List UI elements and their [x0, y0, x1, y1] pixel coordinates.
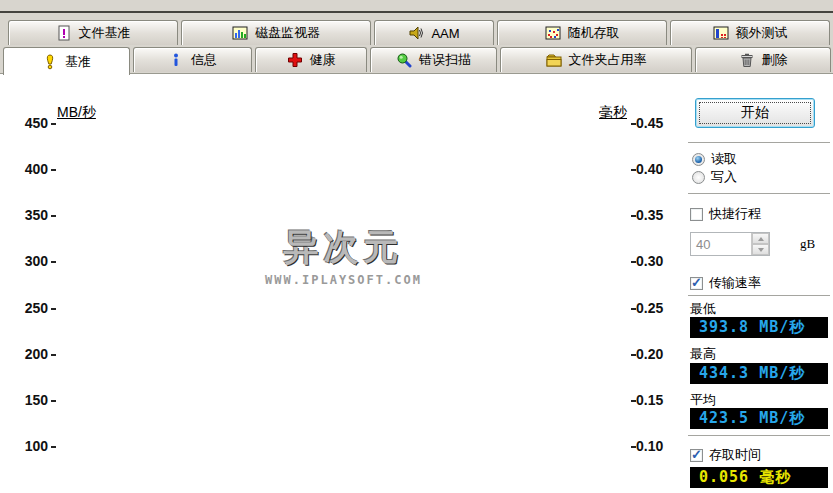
start-button-label: 开始: [741, 104, 769, 122]
tab-label: 删除: [762, 51, 788, 69]
separator: [688, 295, 830, 299]
left-axis-unit-label: MB/秒: [57, 104, 96, 122]
separator: [688, 193, 830, 197]
error-scan-icon: [396, 52, 412, 68]
access-time-display: 0.056 毫秒: [690, 467, 828, 488]
capacity-value[interactable]: 40: [691, 233, 751, 255]
tab-extra-tests[interactable]: 额外测试: [670, 20, 830, 45]
read-radio[interactable]: [692, 153, 705, 166]
tab-label: 信息: [191, 51, 217, 69]
tab-label: 额外测试: [736, 24, 788, 42]
y-right-tick-label: 0.40: [636, 161, 680, 177]
info-icon: [168, 52, 184, 68]
separator: [688, 142, 830, 146]
tab-random-access[interactable]: 随机存取: [497, 20, 667, 45]
tab-label: 文件夹占用率: [569, 51, 647, 69]
write-radio-label: 写入: [711, 168, 737, 186]
tab-label: 随机存取: [568, 24, 620, 42]
transfer-rate-checkbox[interactable]: [690, 277, 703, 290]
transfer-rate-label: 传输速率: [709, 274, 761, 292]
tab-aam[interactable]: AAM: [374, 20, 494, 45]
tick-mark: [51, 261, 56, 263]
access-time-label: 存取时间: [709, 446, 761, 464]
tick-mark: [631, 261, 636, 263]
benchmark-icon: [42, 54, 58, 70]
tab-label: 文件基准: [79, 24, 131, 42]
disk-monitor-icon: [232, 25, 248, 41]
tick-mark: [51, 169, 56, 171]
toolbar-divider: [0, 11, 833, 13]
tick-mark: [631, 308, 636, 310]
aam-icon: [408, 25, 424, 41]
tick-mark: [631, 123, 636, 125]
max-value-display: 434.3 MB/秒: [690, 363, 828, 384]
start-button[interactable]: 开始: [695, 98, 815, 128]
hdtune-window: 文件基准 磁盘监视器 AAM 随机存取 额外测试: [0, 0, 833, 493]
y-right-tick-label: 0.20: [636, 346, 680, 362]
tab-label: 基准: [65, 53, 91, 71]
tab-label: 错误扫描: [419, 51, 471, 69]
y-left-tick-label: 300: [10, 253, 48, 269]
write-radio[interactable]: [692, 171, 705, 184]
tab-disk-monitor[interactable]: 磁盘监视器: [181, 20, 371, 45]
y-right-tick-label: 0.15: [636, 392, 680, 408]
tab-row-upper: 文件基准 磁盘监视器 AAM 随机存取 额外测试: [0, 19, 833, 46]
spinner-up-button[interactable]: [752, 233, 769, 244]
tick-mark: [51, 354, 56, 356]
control-panel: 开始 读取 写入 快捷行程 40 gB 传输速率: [688, 95, 833, 493]
tick-mark: [51, 215, 56, 217]
y-left-tick-label: 250: [10, 300, 48, 316]
tick-mark: [51, 446, 56, 448]
tab-benchmark[interactable]: 基准: [3, 47, 130, 75]
access-time-row: 存取时间: [690, 446, 761, 464]
y-left-tick-label: 150: [10, 392, 48, 408]
tab-row-lower: 基准 信息 健康 错误扫描 文件夹占用率: [0, 46, 833, 73]
y-right-tick-label: 0.45: [636, 115, 680, 131]
separator: [688, 435, 830, 439]
short-stroke-checkbox[interactable]: [690, 208, 703, 221]
write-radio-row: 写入: [692, 168, 737, 186]
tab-file-benchmark[interactable]: 文件基准: [8, 20, 178, 45]
tab-health[interactable]: 健康: [255, 47, 367, 72]
tick-mark: [631, 354, 636, 356]
min-value-display: 393.8 MB/秒: [690, 317, 828, 338]
spinner-buttons: [751, 233, 769, 255]
tab-label: AAM: [431, 26, 459, 41]
tick-mark: [631, 400, 636, 402]
tab-delete[interactable]: 删除: [695, 47, 831, 72]
min-label: 最低: [690, 300, 716, 318]
avg-value-display: 423.5 MB/秒: [690, 408, 828, 429]
tick-mark: [631, 215, 636, 217]
toolbar-bottom-strip: [0, 0, 833, 19]
y-left-tick-label: 100: [10, 438, 48, 454]
short-stroke-row: 快捷行程: [690, 205, 761, 223]
tab-error-scan[interactable]: 错误扫描: [370, 47, 497, 72]
y-right-tick-label: 0.35: [636, 207, 680, 223]
access-time-checkbox[interactable]: [690, 449, 703, 462]
max-label: 最高: [690, 345, 716, 363]
spinner-down-button[interactable]: [752, 244, 769, 255]
capacity-spinner[interactable]: 40: [690, 232, 770, 256]
tab-label: 健康: [310, 51, 336, 69]
tick-mark: [51, 400, 56, 402]
y-left-tick-label: 450: [10, 115, 48, 131]
read-radio-row: 读取: [692, 150, 737, 168]
chevron-down-icon: [758, 248, 764, 252]
random-access-icon: [545, 25, 561, 41]
chevron-up-icon: [758, 237, 764, 241]
delete-icon: [739, 52, 755, 68]
folder-icon: [546, 52, 562, 68]
extra-tests-icon: [713, 25, 729, 41]
capacity-unit-label: gB: [800, 236, 815, 252]
tab-info[interactable]: 信息: [133, 47, 252, 72]
file-benchmark-icon: [56, 25, 72, 41]
tab-label: 磁盘监视器: [255, 24, 320, 42]
y-right-tick-label: 0.10: [636, 438, 680, 454]
avg-label: 平均: [690, 391, 716, 409]
tick-mark: [51, 308, 56, 310]
tab-folder-usage[interactable]: 文件夹占用率: [500, 47, 692, 72]
transfer-rate-row: 传输速率: [690, 274, 761, 292]
short-stroke-label: 快捷行程: [709, 205, 761, 223]
right-axis-unit-label: 毫秒: [585, 104, 627, 122]
tick-mark: [51, 123, 56, 125]
